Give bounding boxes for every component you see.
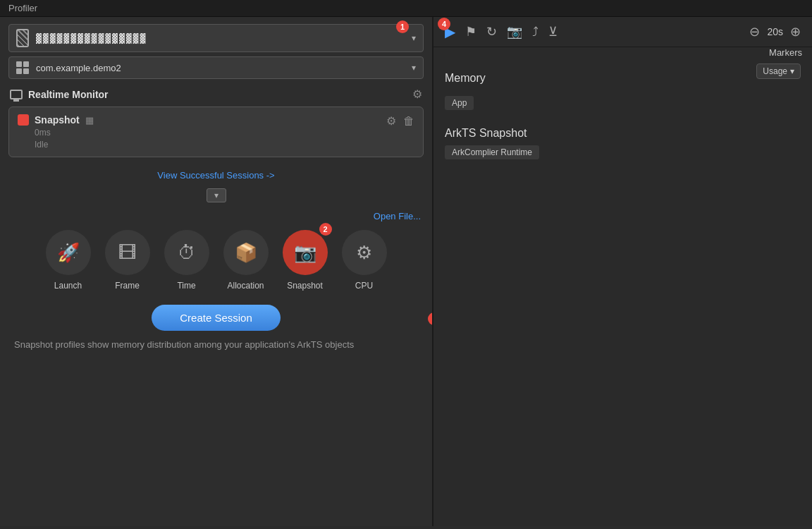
snapshot-circle: 📷 2 xyxy=(283,230,328,275)
memory-title: Memory xyxy=(445,72,486,85)
snapshot-grid-icon: ▦ xyxy=(85,115,94,126)
play-button-wrapper: 4 ▶ xyxy=(443,23,457,40)
snapshot-actions: ⚙ 🗑 xyxy=(386,114,414,128)
snapshot-btn-label: Snapshot xyxy=(287,281,323,291)
snapshot-profile-btn[interactable]: 📷 2 Snapshot xyxy=(283,230,328,291)
phone-icon xyxy=(16,29,29,47)
markers-label: Markers xyxy=(433,47,812,61)
realtime-monitor-title: Realtime Monitor xyxy=(10,89,109,100)
badge-2: 2 xyxy=(319,223,332,236)
snapshot-name-row: Snapshot ▦ xyxy=(18,114,94,126)
realtime-monitor-section: Realtime Monitor ⚙ xyxy=(0,79,432,107)
view-sessions-link[interactable]: View Successful Sessions -> xyxy=(157,170,274,181)
time-value: 20s xyxy=(767,26,783,37)
divider-row: ▾ xyxy=(0,186,432,205)
main-layout: ▓▓▓▓▓▓▓▓▓▓▓▓▓▓▓▓ ▾ 1 com.example.demo2 ▾… xyxy=(0,17,812,526)
realtime-gear-icon[interactable]: ⚙ xyxy=(412,87,422,101)
camera-icon[interactable]: 📷 xyxy=(505,23,524,41)
launch-profile-btn[interactable]: 🚀 Launch xyxy=(46,230,91,291)
snapshot-item: Snapshot ▦ 0ms Idle ⚙ 🗑 xyxy=(8,107,424,157)
zoom-out-icon[interactable]: ⊖ xyxy=(748,23,761,41)
device-chevron-icon: ▾ xyxy=(412,33,416,43)
open-file-link[interactable]: Open File... xyxy=(374,211,421,221)
create-session-row: Create Session 3 xyxy=(0,299,432,338)
cpu-label: CPU xyxy=(355,281,373,291)
badge-4: 4 xyxy=(438,18,450,30)
right-toolbar: 4 ▶ ⚑ ↻ 📷 ⤴ ⊻ ⊖ 20s ⊕ xyxy=(433,17,812,47)
usage-label: Usage xyxy=(763,66,787,76)
frame-profile-btn[interactable]: 🎞 Frame xyxy=(105,230,150,291)
app-name-label: com.example.demo2 xyxy=(36,63,412,73)
device-selector-area: ▓▓▓▓▓▓▓▓▓▓▓▓▓▓▓▓ ▾ 1 com.example.demo2 ▾ xyxy=(0,17,432,79)
cpu-circle: ⚙ xyxy=(342,230,387,275)
badge-1: 1 xyxy=(396,20,409,33)
refresh-icon[interactable]: ↻ xyxy=(485,23,498,41)
apps-icon xyxy=(16,61,29,74)
app-title-bar: Profiler xyxy=(0,0,812,17)
memory-section: Memory Usage ▾ App xyxy=(445,72,801,110)
device-label: ▓▓▓▓▓▓▓▓▓▓▓▓▓▓▓▓ xyxy=(36,33,412,44)
snapshot-name-label: Snapshot xyxy=(35,114,80,126)
time-display: ⊖ 20s ⊕ xyxy=(748,23,802,41)
arkts-section: ArkTS Snapshot ArkComplier Runtime xyxy=(445,127,801,159)
snapshot-delete-icon[interactable]: 🗑 xyxy=(403,115,414,128)
launch-circle: 🚀 xyxy=(46,230,91,275)
usage-dropdown[interactable]: Usage ▾ xyxy=(756,63,801,79)
open-file-row: Open File... xyxy=(0,205,432,221)
time-circle: ⏱ xyxy=(164,230,209,275)
monitor-icon xyxy=(10,90,23,99)
left-panel: ▓▓▓▓▓▓▓▓▓▓▓▓▓▓▓▓ ▾ 1 com.example.demo2 ▾… xyxy=(0,17,433,526)
launch-label: Launch xyxy=(54,281,82,291)
memory-header-row: Memory Usage ▾ xyxy=(445,72,801,90)
memory-app-tag: App xyxy=(445,96,474,110)
time-label: Time xyxy=(177,281,195,291)
snapshot-settings-icon[interactable]: ⚙ xyxy=(386,114,396,128)
snapshot-time: 0ms xyxy=(18,128,94,138)
arkts-tag: ArkComplier Runtime xyxy=(445,145,539,159)
allocation-profile-btn[interactable]: 📦 Allocation xyxy=(223,230,269,291)
cpu-profile-btn[interactable]: ⚙ CPU xyxy=(342,230,387,291)
allocation-circle: 📦 xyxy=(223,230,269,275)
app-chevron-icon: ▾ xyxy=(412,63,416,73)
collapse-button[interactable]: ▾ xyxy=(207,188,226,202)
right-panel: 4 ▶ ⚑ ↻ 📷 ⤴ ⊻ ⊖ 20s ⊕ Markers Memory xyxy=(433,17,812,526)
app-title: Profiler xyxy=(8,3,37,13)
snapshot-status-dot xyxy=(18,114,29,126)
right-content: Memory Usage ▾ App ArkTS Snapshot ArkCom… xyxy=(433,61,812,526)
zoom-in-icon[interactable]: ⊕ xyxy=(789,23,802,41)
frame-circle: 🎞 xyxy=(105,230,150,275)
filter-icon[interactable]: ⊻ xyxy=(547,23,559,41)
view-sessions-area: View Successful Sessions -> xyxy=(0,164,432,186)
device-select-row[interactable]: ▓▓▓▓▓▓▓▓▓▓▓▓▓▓▓▓ ▾ 1 xyxy=(8,24,424,52)
create-session-button[interactable]: Create Session xyxy=(152,305,281,331)
profile-buttons-row: 🚀 Launch 🎞 Frame ⏱ Time 📦 Allocation 📷 2 xyxy=(0,221,432,299)
export-icon[interactable]: ⤴ xyxy=(531,23,540,41)
time-profile-btn[interactable]: ⏱ Time xyxy=(164,230,209,291)
usage-chevron-icon: ▾ xyxy=(790,66,794,76)
app-select-row[interactable]: com.example.demo2 ▾ xyxy=(8,56,424,79)
badge-3: 3 xyxy=(428,312,433,325)
description-text: Snapshot profiles show memory distributi… xyxy=(0,338,432,363)
flag-icon[interactable]: ⚑ xyxy=(464,23,478,41)
allocation-label: Allocation xyxy=(227,281,264,291)
snapshot-status: Idle xyxy=(18,140,94,150)
frame-label: Frame xyxy=(115,281,140,291)
snapshot-left: Snapshot ▦ 0ms Idle xyxy=(18,114,94,150)
arkts-title: ArkTS Snapshot xyxy=(445,127,801,140)
